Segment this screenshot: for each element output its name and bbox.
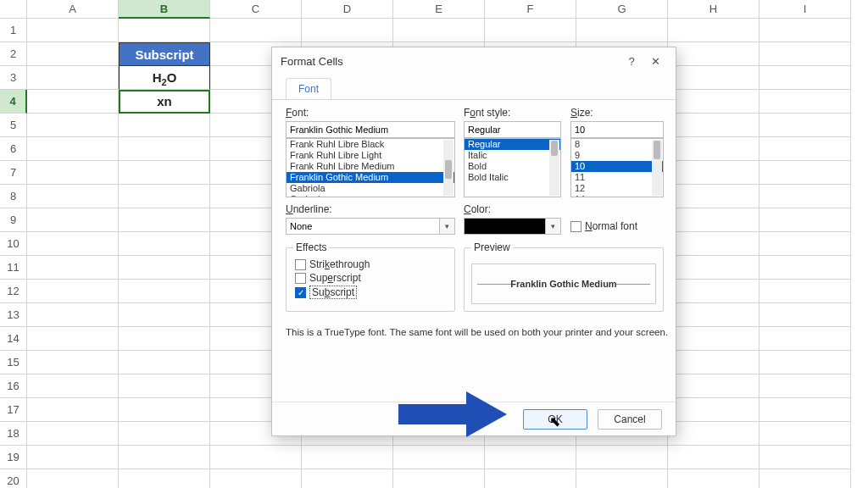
cell[interactable] [27,446,119,469]
cell[interactable] [485,446,576,469]
cell[interactable] [760,256,851,280]
row-header[interactable]: 13 [0,303,27,327]
cell[interactable] [668,208,760,232]
cell[interactable] [668,137,760,161]
row-header[interactable]: 18 [0,422,27,446]
cell[interactable] [119,374,210,398]
chevron-down-icon[interactable]: ▾ [440,218,455,235]
row-header[interactable]: 16 [0,374,27,398]
superscript-checkbox[interactable]: Superscript [295,272,446,284]
cell[interactable] [393,19,485,42]
cell[interactable] [760,232,851,256]
cell[interactable] [27,208,119,232]
cell[interactable] [668,280,760,303]
cell[interactable] [210,19,302,42]
cell[interactable] [576,469,668,488]
underline-select[interactable] [286,218,440,235]
cell[interactable] [668,374,760,398]
close-button[interactable]: ✕ [643,55,667,68]
list-item[interactable]: Bold Italic [465,172,560,183]
size-input[interactable] [570,121,664,138]
row-header[interactable]: 17 [0,398,27,422]
row-header[interactable]: 6 [0,137,27,161]
row-header[interactable]: 11 [0,256,27,280]
list-item[interactable]: Franklin Gothic Medium [287,172,454,183]
cell[interactable] [668,90,760,114]
cell[interactable] [119,232,210,256]
col-header[interactable]: G [576,0,668,19]
cell[interactable] [27,422,119,446]
col-header[interactable]: B [119,0,210,19]
list-item[interactable]: Italic [465,150,560,161]
list-item[interactable]: 8 [571,139,663,150]
cell[interactable] [27,469,119,488]
cell[interactable] [27,90,119,114]
cell[interactable] [760,208,851,232]
cell[interactable] [760,66,851,90]
font-listbox[interactable]: Frank Ruhl Libre BlackFrank Ruhl Libre L… [286,138,455,197]
cell[interactable] [27,303,119,327]
cell[interactable] [668,114,760,137]
cell[interactable] [760,374,851,398]
col-header[interactable]: A [27,0,119,19]
cell[interactable] [302,469,393,488]
row-header[interactable]: 12 [0,280,27,303]
row-header[interactable]: 2 [0,42,27,66]
list-item[interactable]: 14 [571,194,663,197]
cell[interactable] [760,469,851,488]
list-item[interactable]: 9 [571,150,663,161]
cell[interactable] [27,161,119,185]
cell[interactable]: Subscript [119,42,210,66]
list-item[interactable]: Gadugi [287,194,454,197]
list-item[interactable]: Frank Ruhl Libre Black [287,139,454,150]
cell[interactable] [668,327,760,351]
row-header[interactable]: 3 [0,66,27,90]
font-style-input[interactable] [464,121,561,138]
cell[interactable] [27,374,119,398]
list-item[interactable]: Gabriola [287,183,454,194]
cell[interactable] [119,303,210,327]
font-style-listbox[interactable]: RegularItalicBoldBold Italic [464,138,561,197]
row-header[interactable]: 20 [0,469,27,488]
list-item[interactable]: Regular [465,139,560,150]
cell[interactable] [668,351,760,374]
cell[interactable] [210,469,302,488]
cell[interactable] [668,469,760,488]
cell[interactable] [668,42,760,66]
row-header[interactable]: 10 [0,232,27,256]
cell[interactable] [668,303,760,327]
cell[interactable] [668,232,760,256]
cell[interactable] [119,422,210,446]
cell[interactable] [668,161,760,185]
row-header[interactable]: 4 [0,90,27,114]
cell[interactable] [119,351,210,374]
cell[interactable] [668,398,760,422]
subscript-checkbox[interactable]: ✓Subscript [295,286,446,299]
cell[interactable] [27,66,119,90]
cell[interactable] [27,137,119,161]
cell[interactable] [27,185,119,208]
cell[interactable]: xn [119,90,210,114]
cell[interactable] [668,19,760,42]
cell[interactable] [302,446,393,469]
cell[interactable] [119,185,210,208]
cell[interactable] [485,469,576,488]
row-header[interactable]: 8 [0,185,27,208]
cell[interactable] [302,19,393,42]
cell[interactable] [760,303,851,327]
cell[interactable] [119,398,210,422]
cell[interactable] [760,19,851,42]
tab-font[interactable]: Font [286,78,331,99]
strikethrough-checkbox[interactable]: Strikethrough [295,258,446,270]
cell[interactable] [760,137,851,161]
col-header[interactable]: F [485,0,576,19]
row-header[interactable]: 15 [0,351,27,374]
cell[interactable] [119,327,210,351]
cell[interactable] [760,114,851,137]
cell[interactable] [760,422,851,446]
font-input[interactable] [286,121,455,138]
cell[interactable] [760,185,851,208]
cell[interactable] [760,327,851,351]
cell[interactable] [668,185,760,208]
cell[interactable] [760,351,851,374]
